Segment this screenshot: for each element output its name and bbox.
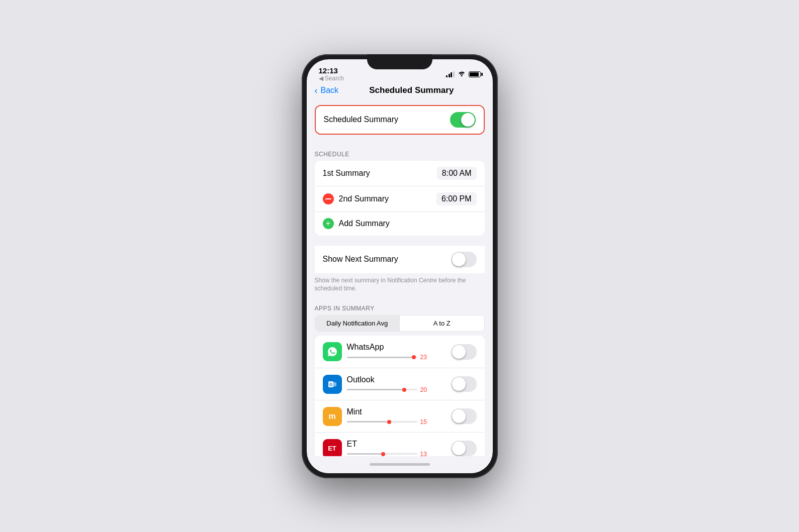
show-next-card: Show Next Summary — [315, 246, 485, 273]
show-next-description: Show the next summary in Notification Ce… — [307, 273, 493, 299]
outlook-info: Outlook 20 — [347, 375, 451, 393]
first-summary-label: 1st Summary — [323, 169, 437, 178]
home-indicator — [307, 456, 493, 473]
et-info: ET 13 — [347, 440, 451, 456]
app-list-card: WhatsApp 23 — [315, 336, 485, 456]
mint-info: Mint 15 — [347, 407, 451, 425]
et-count: 13 — [420, 451, 427, 456]
scheduled-summary-highlight: Scheduled Summary — [315, 105, 485, 135]
app-row-outlook[interactable]: O Outlook — [315, 368, 485, 400]
svg-text:O: O — [329, 382, 332, 387]
show-next-row: Show Next Summary — [315, 246, 485, 273]
show-next-toggle-knob — [452, 253, 466, 266]
mint-icon: m — [323, 407, 342, 426]
status-time: 12:13 — [319, 66, 344, 75]
whatsapp-count: 23 — [420, 354, 427, 361]
whatsapp-info: WhatsApp 23 — [347, 343, 451, 361]
first-summary-time[interactable]: 8:00 AM — [437, 167, 477, 180]
app-row-et[interactable]: ET ET 13 — [315, 432, 485, 456]
outlook-count: 20 — [420, 386, 427, 393]
show-next-section: Show Next Summary Show the next summary … — [307, 246, 493, 299]
second-summary-row[interactable]: 2nd Summary 6:00 PM — [315, 186, 485, 211]
sort-bar: Daily Notification Avg A to Z — [315, 315, 485, 332]
whatsapp-icon — [323, 342, 342, 361]
mint-count: 15 — [420, 418, 427, 425]
remove-second-summary-button[interactable] — [323, 193, 334, 204]
outlook-name: Outlook — [347, 375, 451, 384]
nav-bar: ‹ Back Scheduled Summary — [307, 84, 493, 100]
signal-icon — [446, 71, 455, 77]
et-toggle[interactable] — [451, 441, 477, 456]
nav-title: Scheduled Summary — [338, 85, 484, 95]
content-scroll[interactable]: Scheduled Summary SCHEDULE 1st Summary 8… — [307, 100, 493, 456]
app-row-whatsapp[interactable]: WhatsApp 23 — [315, 336, 485, 368]
back-button[interactable]: ‹ Back — [315, 85, 339, 96]
home-bar — [370, 463, 430, 466]
mint-name: Mint — [347, 407, 451, 416]
wifi-icon — [458, 70, 466, 78]
first-summary-row[interactable]: 1st Summary 8:00 AM — [315, 161, 485, 186]
phone-device: 12:13 ◀ Search — [302, 54, 498, 478]
toggle-knob — [461, 113, 475, 127]
outlook-icon: O — [323, 375, 342, 394]
apps-section-label: APPS IN SUMMARY — [307, 299, 493, 315]
sort-by-az-button[interactable]: A to Z — [399, 315, 484, 331]
whatsapp-toggle[interactable] — [451, 344, 477, 360]
svg-rect-2 — [332, 382, 336, 386]
mint-toggle[interactable] — [451, 408, 477, 424]
battery-icon — [469, 71, 481, 77]
add-summary-label[interactable]: Add Summary — [339, 219, 477, 228]
sort-by-avg-button[interactable]: Daily Notification Avg — [315, 315, 400, 331]
whatsapp-bar-wrap: 23 — [347, 354, 451, 361]
app-row-mint[interactable]: m Mint 15 — [315, 400, 485, 432]
second-summary-label: 2nd Summary — [339, 194, 436, 203]
schedule-section-label: SCHEDULE — [307, 145, 493, 161]
notch — [367, 54, 432, 69]
status-icons — [446, 70, 481, 78]
search-hint: ◀ Search — [319, 75, 344, 82]
back-chevron-icon: ‹ — [315, 85, 318, 96]
scheduled-summary-toggle[interactable] — [450, 112, 476, 128]
apps-section: APPS IN SUMMARY Daily Notification Avg A… — [307, 299, 493, 456]
scheduled-summary-label: Scheduled Summary — [324, 115, 450, 124]
et-name: ET — [347, 440, 451, 449]
scheduled-summary-row: Scheduled Summary — [316, 106, 484, 134]
show-next-toggle[interactable] — [451, 252, 477, 267]
back-label[interactable]: Back — [321, 86, 339, 95]
whatsapp-name: WhatsApp — [347, 343, 451, 352]
phone-screen: 12:13 ◀ Search — [307, 59, 493, 473]
schedule-card: 1st Summary 8:00 AM 2nd Summary 6:00 PM — [315, 161, 485, 236]
show-next-label: Show Next Summary — [323, 255, 451, 264]
second-summary-time[interactable]: 6:00 PM — [436, 192, 477, 205]
schedule-section: SCHEDULE 1st Summary 8:00 AM 2nd Summary… — [307, 145, 493, 236]
outlook-toggle[interactable] — [451, 376, 477, 392]
et-icon: ET — [323, 439, 342, 456]
add-summary-row[interactable]: Add Summary — [315, 211, 485, 236]
add-summary-button[interactable] — [323, 218, 334, 229]
